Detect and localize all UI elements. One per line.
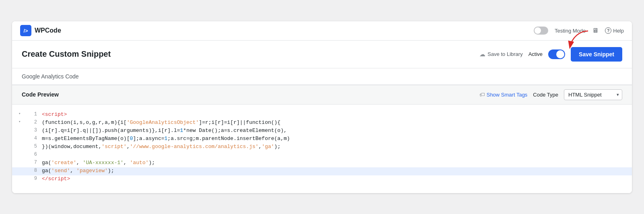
code-type-label: Code Type	[533, 92, 558, 98]
save-snippet-button[interactable]: Save Snippet	[571, 47, 622, 62]
code-line-2: ▾ 2 (function(i,s,o,g,r,a,m){i['GoogleAn…	[12, 119, 632, 127]
line-content-4: m=s.getElementsByTagName(o)[0];a.async=1…	[42, 136, 625, 142]
line-content-3: (i[r].q=i[r].q||[]).push(arguments)},i[r…	[42, 128, 625, 134]
arrow-container: Save Snippet	[571, 47, 622, 62]
line-controls-2: ▾	[19, 119, 26, 124]
line-controls-3: ▾	[19, 128, 26, 132]
line-controls-8: ▾	[19, 168, 26, 172]
code-line-1: ▾ 1 <script>	[12, 111, 632, 119]
line-content-6	[42, 152, 625, 158]
tag-icon: 🏷	[479, 91, 485, 98]
line-controls-6: ▾	[19, 152, 26, 156]
line-number-5: 5	[31, 144, 37, 149]
line-number-8: 8	[31, 168, 37, 173]
help-link[interactable]: ? Help	[605, 27, 624, 34]
code-line-9: ▾ 9 </script>	[12, 175, 632, 183]
active-label: Active	[528, 51, 543, 57]
wpcode-logo-icon: />	[20, 25, 31, 36]
line-content-9: </script>	[42, 176, 625, 182]
line-content-7: ga('create', 'UA-xxxxxx-1', 'auto');	[42, 160, 625, 166]
active-toggle[interactable]	[548, 49, 565, 59]
line-controls-1: ▾	[19, 111, 26, 116]
header-actions: ☁ Save to Library Active Save Snippet	[479, 47, 622, 62]
code-line-4: ▾ 4 m=s.getElementsByTagName(o)[0];a.asy…	[12, 135, 632, 143]
code-preview-title: Code Preview	[22, 91, 59, 98]
snippet-name-input[interactable]	[22, 73, 622, 80]
top-bar: /> WPCode Testing Mode 🖥 ? Help	[12, 21, 632, 41]
code-preview-right: 🏷 Show Smart Tags Code Type HTML Snippet…	[479, 89, 622, 100]
code-type-select-wrapper: HTML Snippet PHP Snippet CSS Snippet Jav…	[564, 89, 622, 100]
line-number-6: 6	[31, 152, 37, 157]
code-preview-header: Code Preview 🏷 Show Smart Tags Code Type…	[12, 85, 632, 105]
red-arrow-annotation	[568, 29, 592, 49]
line-content-5: })(window,document,'script','//www.googl…	[42, 144, 625, 150]
code-type-select[interactable]: HTML Snippet PHP Snippet CSS Snippet Jav…	[564, 89, 622, 100]
line-controls-4: ▾	[19, 136, 26, 140]
fold-arrow-2[interactable]: ▾	[19, 119, 21, 124]
line-number-2: 2	[31, 119, 37, 125]
line-number-9: 9	[31, 176, 37, 181]
testing-mode-toggle[interactable]	[534, 27, 548, 35]
snippet-name-area	[12, 68, 632, 85]
cloud-icon: ☁	[479, 51, 485, 58]
code-editor[interactable]: ▾ 1 <script> ▾ 2 (function(i,s,o,g,r,a,m…	[12, 105, 632, 193]
save-to-library-label: Save to Library	[487, 51, 522, 57]
code-line-7: ▾ 7 ga('create', 'UA-xxxxxx-1', 'auto');	[12, 159, 632, 167]
code-line-3: ▾ 3 (i[r].q=i[r].q||[]).push(arguments)}…	[12, 127, 632, 135]
logo-text: WPCode	[35, 27, 61, 34]
page-header: Create Custom Snippet ☁ Save to Library …	[12, 41, 632, 68]
main-container: /> WPCode Testing Mode 🖥 ? Help Create C…	[12, 21, 632, 193]
line-number-3: 3	[31, 128, 37, 133]
smart-tags-label: Show Smart Tags	[487, 92, 528, 98]
fold-arrow-1[interactable]: ▾	[19, 111, 21, 116]
help-label: Help	[613, 28, 624, 34]
line-content-8: ga('send', 'pageview');	[42, 168, 625, 174]
page-title: Create Custom Snippet	[22, 49, 111, 59]
line-number-7: 7	[31, 160, 37, 165]
help-circle-icon: ?	[605, 27, 611, 34]
save-to-library-button[interactable]: ☁ Save to Library	[479, 51, 522, 58]
line-controls-7: ▾	[19, 160, 26, 164]
line-number-4: 4	[31, 136, 37, 141]
line-controls-9: ▾	[19, 176, 26, 180]
code-line-6: ▾ 6	[12, 151, 632, 159]
code-line-8: ▾ 8 ga('send', 'pageview');	[12, 167, 632, 175]
monitor-icon: 🖥	[592, 27, 599, 34]
logo-area: /> WPCode	[20, 25, 61, 36]
line-number-1: 1	[31, 111, 37, 117]
show-smart-tags-button[interactable]: 🏷 Show Smart Tags	[479, 91, 528, 98]
line-content-2: (function(i,s,o,g,r,a,m){i['GoogleAnalyt…	[42, 119, 625, 126]
line-content-1: <script>	[42, 111, 625, 117]
code-line-5: ▾ 5 })(window,document,'script','//www.g…	[12, 143, 632, 151]
line-controls-5: ▾	[19, 144, 26, 148]
